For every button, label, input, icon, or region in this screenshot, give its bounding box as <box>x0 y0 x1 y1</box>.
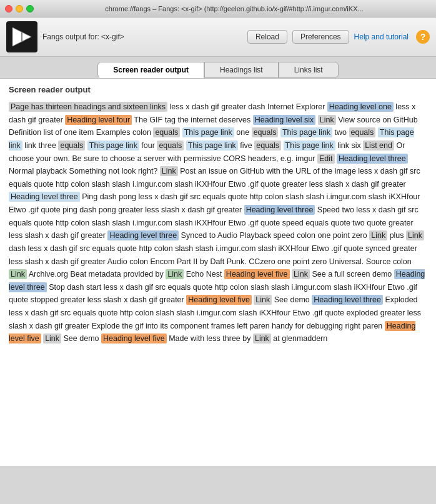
fangs-logo-icon <box>9 24 34 49</box>
hl-link-echo-nest: Link <box>166 269 184 279</box>
hl-link-8: Link <box>253 334 271 343</box>
hl-equals-2: equals <box>252 127 279 137</box>
tab-screen-reader[interactable]: Screen reader output <box>97 62 204 78</box>
hl-heading-level-four: Heading level four <box>65 115 132 125</box>
titlebar: chrome://fangs – Fangs: <x-gif> (http://… <box>0 0 436 17</box>
hl-equals-1: equals <box>153 127 180 137</box>
hl-heading-level-three-6: Heading level three <box>312 295 383 305</box>
hl-link-6: Link <box>254 295 272 305</box>
preferences-button[interactable]: Preferences <box>292 30 349 44</box>
help-link[interactable]: Help and tutorial <box>354 32 409 41</box>
hl-link-3: Link <box>369 230 387 240</box>
close-button[interactable] <box>5 5 12 12</box>
reload-button[interactable]: Reload <box>247 30 287 44</box>
titlebar-text: chrome://fangs – Fangs: <x-gif> (http://… <box>37 5 431 12</box>
hl-this-page-link-5: This page link <box>186 141 238 151</box>
hl-link-1: Link <box>318 115 336 125</box>
hl-this-page-link-1: This page link <box>182 127 234 137</box>
hl-this-page-link-4: This page link <box>87 141 139 151</box>
hl-heading-level-three-1: Heading level three <box>337 154 408 164</box>
screen-reader-output: Page has thirteen headings and sixteen l… <box>9 101 427 345</box>
hl-equals-3: equals <box>349 127 376 137</box>
hl-list-end: List end <box>363 141 394 151</box>
hl-equals-5: equals <box>157 141 184 151</box>
hl-heading-level-one: Heading level one <box>327 102 394 112</box>
hl-heading-level-three-4: Heading level three <box>107 230 179 240</box>
main-content: Screen reader output Page has thirteen h… <box>0 79 436 466</box>
tab-links[interactable]: Links list <box>279 62 339 78</box>
hl-heading-level-three-2: Heading level three <box>9 192 80 202</box>
hl-equals-4: equals <box>58 141 85 151</box>
hl-heading-level-five-1: Heading level five <box>224 269 290 279</box>
hl-equals-6: equals <box>254 141 281 151</box>
hl-heading-level-five-3: Heading level five <box>9 321 415 344</box>
hl-heading-level-five-2: Heading level five <box>186 295 252 305</box>
hl-heading-level-three-5: Heading level three <box>9 269 425 292</box>
maximize-button[interactable] <box>26 5 34 12</box>
hl-heading-level-six: Heading level six <box>253 115 316 125</box>
hl-link-5: Link <box>292 269 310 279</box>
hl-link-7: Link <box>43 334 61 343</box>
fangs-output-label: Fangs output for: <x-gif> <box>42 32 242 41</box>
traffic-lights <box>5 5 34 12</box>
hl-edit: Edit <box>317 154 335 164</box>
hl-heading-level-five-4: Heading level five <box>101 334 167 343</box>
hl-link-4: Link <box>406 230 424 240</box>
hl-heading-level-three-3: Heading level three <box>244 205 315 215</box>
hl-this-page-link-6: This page link <box>284 141 335 151</box>
hl-link-archive: Link <box>9 269 27 279</box>
hl-this-page-link-2: This page link <box>280 127 332 137</box>
tab-headings[interactable]: Headings list <box>204 62 279 78</box>
help-icon[interactable]: ? <box>416 30 430 44</box>
toolbar: Fangs output for: <x-gif> Reload Prefere… <box>0 17 436 57</box>
tabs-bar: Screen reader output Headings list Links… <box>0 57 436 79</box>
highlight-page-info: Page has thirteen headings and sixteen l… <box>9 102 167 112</box>
minimize-button[interactable] <box>16 5 23 12</box>
section-title: Screen reader output <box>9 85 427 94</box>
hl-link-2: Link <box>160 166 178 176</box>
logo <box>6 21 37 52</box>
